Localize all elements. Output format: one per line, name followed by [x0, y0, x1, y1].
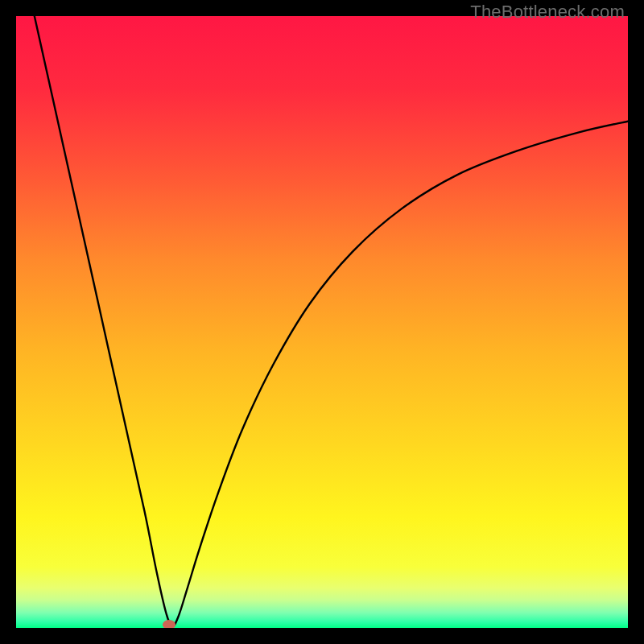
- watermark-text: TheBottleneck.com: [470, 2, 625, 23]
- plot-area: [16, 16, 628, 628]
- chart-frame: TheBottleneck.com: [0, 0, 644, 644]
- optimum-point-marker: [163, 620, 176, 628]
- bottleneck-curve: [35, 16, 628, 626]
- curve-layer: [16, 16, 628, 628]
